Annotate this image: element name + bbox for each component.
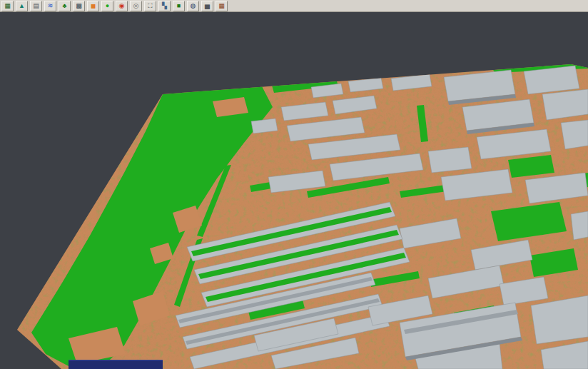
toolbar: ▦ ▲ ▤ ≋ ♣ ▩ ◼ ● ◉ ◎ ⛶ ▚ ■ ◍ ▅ ▦ xyxy=(0,0,588,12)
viewport-3d[interactable] xyxy=(0,0,588,369)
icon-glyph: ♣ xyxy=(63,3,67,9)
bottom-blue-panel[interactable] xyxy=(69,360,163,369)
selection-box-icon[interactable]: ⛶ xyxy=(144,1,156,11)
tree-icon[interactable]: ♣ xyxy=(59,1,71,11)
bar-chart-icon[interactable]: ▅ xyxy=(201,1,213,11)
icon-glyph: ▅ xyxy=(205,3,210,9)
dataset-grid-icon[interactable]: ▦ xyxy=(1,1,14,11)
forest-block-icon[interactable]: ■ xyxy=(173,1,185,11)
icon-glyph: ≋ xyxy=(48,3,54,9)
icon-glyph: ▩ xyxy=(76,3,82,9)
sphere-icon[interactable]: ● xyxy=(101,1,113,11)
icon-glyph: ▦ xyxy=(4,3,11,9)
rings-icon[interactable]: ◎ xyxy=(130,1,142,11)
target-icon[interactable]: ◉ xyxy=(116,1,128,11)
icon-glyph: ◉ xyxy=(119,3,125,9)
icon-glyph: ⛶ xyxy=(148,3,152,9)
stats-table-icon[interactable]: ▦ xyxy=(216,1,228,11)
checker-icon[interactable]: ▚ xyxy=(158,1,171,11)
icon-glyph: ▦ xyxy=(218,3,225,9)
mesh-grid-icon[interactable]: ▩ xyxy=(73,1,85,11)
globe-icon[interactable]: ◍ xyxy=(187,1,199,11)
icon-glyph: ■ xyxy=(177,3,181,9)
terrain-icon[interactable]: ▲ xyxy=(16,1,28,11)
icon-glyph: ◍ xyxy=(191,3,196,9)
icon-glyph: ▲ xyxy=(19,3,25,9)
layers-icon[interactable]: ▤ xyxy=(30,1,42,11)
icon-glyph: ● xyxy=(106,3,109,9)
icon-glyph: ▚ xyxy=(162,3,167,9)
icon-glyph: ◎ xyxy=(133,3,139,9)
cube-icon[interactable]: ◼ xyxy=(87,1,99,11)
icon-glyph: ◼ xyxy=(91,3,96,9)
water-surface-icon[interactable]: ≋ xyxy=(44,1,56,11)
application-window: ▦ ▲ ▤ ≋ ♣ ▩ ◼ ● ◉ ◎ ⛶ ▚ ■ ◍ ▅ ▦ xyxy=(0,0,588,369)
icon-glyph: ▤ xyxy=(33,3,39,9)
